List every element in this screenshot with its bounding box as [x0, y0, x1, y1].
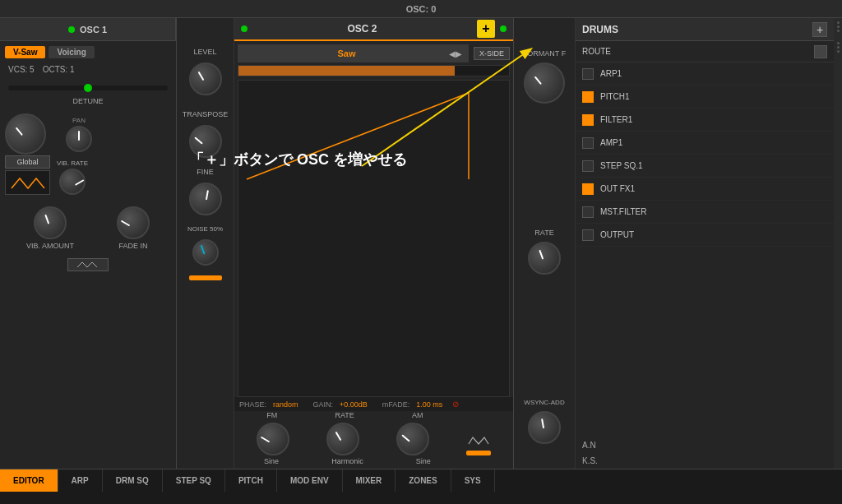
drum-checkbox-3[interactable] — [582, 137, 594, 149]
bottom-tab-mod-env[interactable]: MOD ENV — [277, 469, 343, 492]
detune-slider-track[interactable] — [8, 86, 168, 90]
saw-title: Saw — [244, 49, 449, 58]
drum-item-pitch1: PITCH1 — [576, 86, 834, 109]
vib-amount-knob[interactable] — [34, 206, 67, 239]
plus-button[interactable]: + — [477, 20, 495, 38]
voicing-tab[interactable]: Voicing — [49, 46, 94, 58]
drum-name-4: STEP SQ.1 — [600, 161, 643, 170]
pan-knob[interactable] — [66, 126, 92, 152]
osc1-tab[interactable]: OSC 1 — [0, 18, 176, 40]
phase-val: random — [273, 400, 298, 409]
osc2-bottom-labels: FM RATE AM — [234, 411, 513, 419]
an-label: A.N — [576, 437, 834, 453]
level-bar-fill — [238, 66, 455, 76]
phase-label: PHASE: — [239, 400, 266, 409]
drum-name-1: PITCH1 — [600, 92, 630, 101]
drums-plus-button[interactable]: + — [812, 22, 827, 37]
drum-name-7: OUTPUT — [600, 230, 634, 239]
fm-knob[interactable] — [257, 423, 289, 455]
fine-knob[interactable] — [189, 183, 222, 215]
vsaw-tab[interactable]: V-Saw — [5, 46, 45, 58]
wave-bar-orange — [466, 451, 491, 455]
am-knob-item — [396, 423, 429, 455]
osc2-title: OSC 2 — [248, 23, 477, 35]
fm-rate-knob[interactable] — [326, 423, 359, 455]
rate-label: RATE — [534, 229, 553, 237]
bottom-tab-editor[interactable]: EDITOR — [0, 469, 58, 492]
vib-rate-label: VIB. RATE — [57, 160, 88, 167]
level-bar — [238, 65, 510, 76]
waveform-arrow[interactable]: ◀▶ — [449, 49, 462, 58]
am-knob[interactable] — [396, 423, 429, 455]
noise-label: NOISE 50% — [180, 225, 230, 233]
osc1-sub-tabs: V-Saw Voicing — [5, 46, 171, 58]
drums-header: DRUMS + — [576, 18, 834, 41]
sine-label-1: Sine — [264, 457, 279, 465]
gain-label: GAIN: — [313, 400, 334, 409]
noise-knob[interactable] — [192, 239, 219, 266]
transpose-label: TRANSPOSE — [180, 110, 230, 118]
bottom-tab-pitch[interactable]: PITCH — [225, 469, 277, 492]
bottom-knobs-row — [234, 419, 513, 457]
bottom-tab-arp[interactable]: ARP — [58, 469, 103, 492]
drum-checkbox-5[interactable] — [582, 183, 594, 195]
transpose-panel: LEVEL TRANSPOSE FINE NOISE 50% — [177, 18, 234, 469]
bottom-tab-drm-sq[interactable]: DRM SQ — [103, 469, 163, 492]
bottom-tabs: EDITORARPDRM SQSTEP SQPITCHMOD ENVMIXERZ… — [0, 469, 842, 492]
drum-checkbox-4[interactable] — [582, 160, 594, 172]
route-plus[interactable] — [814, 45, 827, 58]
fade-in-item: FADE IN — [117, 206, 150, 250]
wave-selector-bottom[interactable] — [67, 258, 109, 271]
transpose-knob[interactable] — [189, 125, 222, 158]
bottom-tab-mixer[interactable]: MIXER — [343, 469, 396, 492]
global-box[interactable]: Global — [5, 155, 50, 169]
drum-item-arp1: ARP1 — [576, 62, 834, 86]
rate-knob[interactable] — [528, 242, 561, 275]
drum-name-5: OUT FX1 — [600, 184, 635, 193]
wsync-label: WSYNC-ADD — [524, 399, 564, 406]
bottom-tab-zones[interactable]: ZONES — [396, 469, 451, 492]
svg-line-0 — [247, 93, 469, 179]
vcs-row: VCS: 5 OCTS: 1 — [5, 63, 171, 76]
drums-panel: DRUMS + ROUTE ARP1PITCH1FILTER1AMP1STEP … — [576, 18, 834, 469]
xside-button[interactable]: X-SIDE — [474, 47, 510, 60]
osc-tabs: OSC 1 — [0, 18, 176, 41]
bottom-tab-step-sq[interactable]: STEP SQ — [163, 469, 225, 492]
gain-val: +0.00dB — [340, 400, 368, 409]
waveform-area — [238, 80, 510, 397]
wave-bar-item — [466, 432, 491, 455]
drum-item-mstfilter: MST.FILTER — [576, 201, 834, 224]
drum-item-step-sq1: STEP SQ.1 — [576, 155, 834, 178]
detune-label: DETUNE — [5, 97, 171, 105]
wsync-knob[interactable] — [528, 411, 561, 444]
wave-icon — [466, 432, 491, 449]
detune-slider-thumb[interactable] — [84, 84, 92, 92]
formant-panel: FORMANT F RATE WSYNC-ADD — [514, 18, 576, 469]
drum-item-out-fx1: OUT FX1 — [576, 178, 834, 201]
noise-bar — [189, 275, 222, 280]
detune-knob[interactable] — [5, 113, 46, 155]
fine-label: FINE — [180, 168, 230, 176]
wave-name-labels: Sine Harmonic Sine — [234, 457, 513, 469]
drum-checkbox-7[interactable] — [582, 229, 594, 241]
osc1-content: V-Saw Voicing VCS: 5 OCTS: 1 DETUNE — [0, 41, 176, 276]
osc2-panel: OSC 2 + Saw ◀▶ X-SIDE — [234, 18, 514, 469]
osc2-tab-row: OSC 2 + — [234, 18, 513, 41]
bottom-tab-sys[interactable]: SYS — [451, 469, 495, 492]
drum-checkbox-0[interactable] — [582, 68, 594, 80]
vib-rate-knob[interactable] — [59, 169, 86, 195]
drum-checkbox-1[interactable] — [582, 91, 594, 103]
mfade-label: mFADE: — [382, 400, 410, 409]
drum-checkbox-2[interactable] — [582, 114, 594, 126]
fm-rate-knob-item — [326, 423, 359, 455]
level-knob[interactable] — [189, 62, 222, 95]
waveform-canvas-svg — [238, 81, 509, 396]
fm-knob-item — [257, 423, 289, 455]
am-label: AM — [412, 411, 423, 419]
drum-checkbox-6[interactable] — [582, 206, 594, 218]
vib-amount-label: VIB. AMOUNT — [26, 242, 74, 250]
harmonic-label: Harmonic — [331, 457, 363, 465]
formant-knob[interactable] — [524, 62, 565, 104]
drums-title: DRUMS — [582, 24, 618, 35]
fade-in-knob[interactable] — [117, 206, 150, 239]
